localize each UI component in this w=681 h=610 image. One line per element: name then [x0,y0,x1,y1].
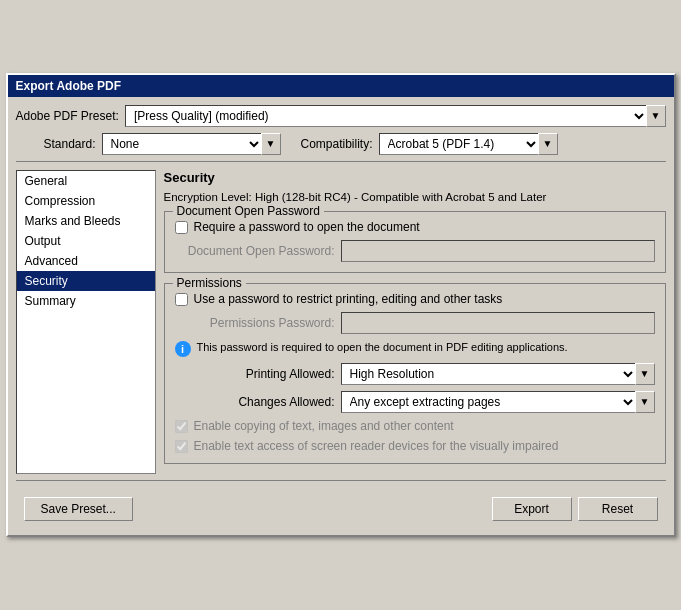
reset-button[interactable]: Reset [578,497,658,521]
doc-open-password-group: Document Open Password Require a passwor… [164,211,666,273]
require-password-checkbox[interactable] [175,221,188,234]
sidebar-item-security[interactable]: Security [17,271,155,291]
doc-open-password-input[interactable] [341,240,655,262]
printing-allowed-row: Printing Allowed: High Resolution None L… [175,363,655,385]
enable-copying-row: Enable copying of text, images and other… [175,419,655,433]
bottom-bar: Save Preset... Export Reset [16,489,666,527]
printing-allowed-arrow[interactable]: ▼ [635,363,655,385]
doc-open-group-title: Document Open Password [173,204,324,218]
sidebar-item-output[interactable]: Output [17,231,155,251]
save-preset-button[interactable]: Save Preset... [24,497,133,521]
sidebar: General Compression Marks and Bleeds Out… [16,170,156,474]
preset-label: Adobe PDF Preset: [16,109,119,123]
export-pdf-dialog: Export Adobe PDF Adobe PDF Preset: [Pres… [6,73,676,537]
dialog-titlebar: Export Adobe PDF [8,75,674,97]
changes-allowed-row: Changes Allowed: Any except extracting p… [175,391,655,413]
info-icon: i [175,341,191,357]
permissions-password-row: Permissions Password: [175,312,655,334]
sidebar-item-general[interactable]: General [17,171,155,191]
standard-select[interactable]: None [102,133,262,155]
enable-copying-label: Enable copying of text, images and other… [194,419,454,433]
permissions-password-input[interactable] [341,312,655,334]
changes-allowed-select-wrap: Any except extracting pages None Inserti… [341,391,655,413]
permissions-group-title: Permissions [173,276,246,290]
doc-open-password-label: Document Open Password: [175,244,335,258]
changes-allowed-arrow[interactable]: ▼ [635,391,655,413]
sidebar-item-compression[interactable]: Compression [17,191,155,211]
use-password-row: Use a password to restrict printing, edi… [175,292,655,306]
use-password-checkbox[interactable] [175,293,188,306]
printing-allowed-label: Printing Allowed: [175,367,335,381]
compatibility-select-wrap: Acrobat 5 (PDF 1.4) ▼ [379,133,558,155]
printing-allowed-select[interactable]: High Resolution None Low Resolution (150… [341,363,636,385]
changes-allowed-label: Changes Allowed: [175,395,335,409]
section-title: Security [164,170,666,185]
permissions-group: Permissions Use a password to restrict p… [164,283,666,464]
require-password-label: Require a password to open the document [194,220,420,234]
security-content: Security Encryption Level: High (128-bit… [164,170,666,474]
enable-text-access-label: Enable text access of screen reader devi… [194,439,559,453]
sidebar-item-advanced[interactable]: Advanced [17,251,155,271]
preset-select[interactable]: [Press Quality] (modified) [125,105,647,127]
encryption-level-text: Encryption Level: High (128-bit RC4) - C… [164,191,666,203]
permissions-password-label: Permissions Password: [175,316,335,330]
info-text: This password is required to open the do… [197,340,568,354]
changes-allowed-select[interactable]: Any except extracting pages None Inserti… [341,391,636,413]
doc-open-password-row: Document Open Password: [175,240,655,262]
sidebar-item-marks-and-bleeds[interactable]: Marks and Bleeds [17,211,155,231]
printing-allowed-select-wrap: High Resolution None Low Resolution (150… [341,363,655,385]
enable-text-access-checkbox[interactable] [175,440,188,453]
compatibility-dropdown-arrow[interactable]: ▼ [538,133,558,155]
enable-text-access-row: Enable text access of screen reader devi… [175,439,655,453]
dialog-title: Export Adobe PDF [16,79,122,93]
standard-label: Standard: [16,137,96,151]
require-password-row: Require a password to open the document [175,220,655,234]
standard-select-wrap: None ▼ [102,133,281,155]
sidebar-item-summary[interactable]: Summary [17,291,155,311]
preset-dropdown-arrow[interactable]: ▼ [646,105,666,127]
enable-copying-checkbox[interactable] [175,420,188,433]
export-button[interactable]: Export [492,497,572,521]
info-row: i This password is required to open the … [175,340,655,357]
btn-right-group: Export Reset [492,497,658,521]
compatibility-select[interactable]: Acrobat 5 (PDF 1.4) [379,133,539,155]
compatibility-label: Compatibility: [301,137,373,151]
preset-select-wrap: [Press Quality] (modified) ▼ [125,105,666,127]
standard-dropdown-arrow[interactable]: ▼ [261,133,281,155]
use-password-label: Use a password to restrict printing, edi… [194,292,503,306]
